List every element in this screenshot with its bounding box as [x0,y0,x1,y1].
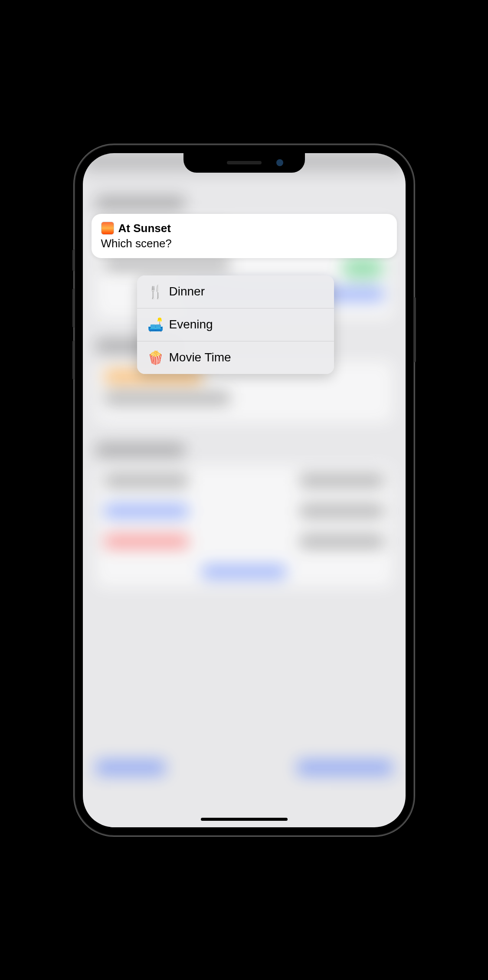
notch [183,153,305,173]
option-movie-time[interactable]: 🍿 Movie Time [137,341,334,374]
prompt-question: Which scene? [101,237,387,250]
phone-screen: At Sunset Which scene? 🍴 Dinner 🛋️ Eveni… [83,153,406,827]
left-side-buttons [72,249,75,393]
volume-down-button [72,341,75,380]
modal-overlay: At Sunset Which scene? 🍴 Dinner 🛋️ Eveni… [83,153,406,827]
popcorn-icon: 🍿 [147,350,162,365]
home-indicator[interactable] [201,818,288,821]
prompt-header: At Sunset [101,222,387,235]
option-label: Dinner [169,285,205,298]
right-side-buttons [413,297,416,362]
scene-options-menu: 🍴 Dinner 🛋️ Evening 🍿 Movie Time [137,275,334,374]
couch-icon: 🛋️ [147,317,162,332]
power-button [413,297,416,362]
option-label: Movie Time [169,351,231,364]
option-label: Evening [169,318,213,331]
option-dinner[interactable]: 🍴 Dinner [137,275,334,308]
prompt-card: At Sunset Which scene? [92,214,397,258]
mute-switch [72,249,75,271]
front-camera [276,159,283,166]
fork-knife-icon: 🍴 [147,284,162,299]
phone-device-frame: At Sunset Which scene? 🍴 Dinner 🛋️ Eveni… [75,145,413,835]
volume-up-button [72,288,75,328]
option-evening[interactable]: 🛋️ Evening [137,308,334,341]
speaker [227,161,262,164]
sunset-icon [101,222,114,235]
prompt-title: At Sunset [118,222,171,235]
